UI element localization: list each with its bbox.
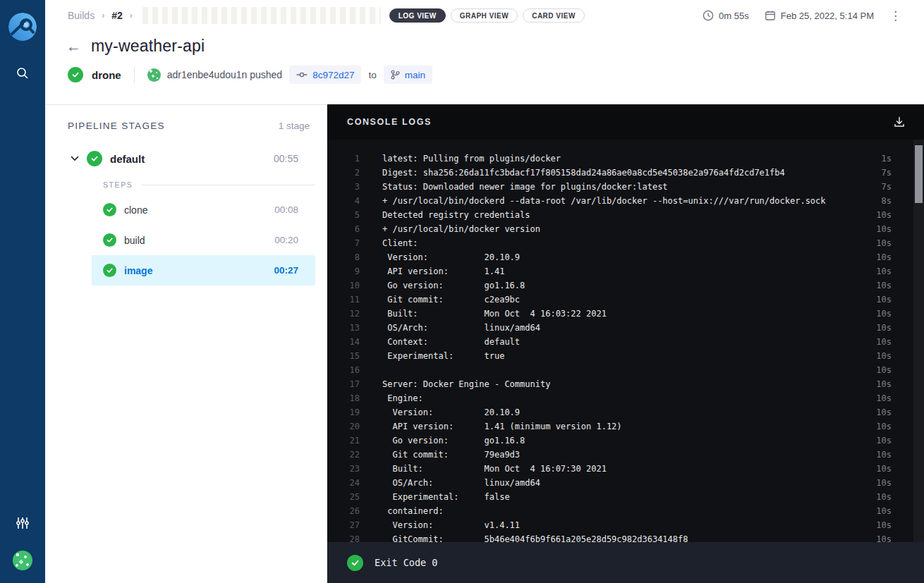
step-duration: 00:08 — [274, 204, 298, 215]
log-line-time: 10s — [868, 295, 892, 305]
chevron-down-icon[interactable] — [71, 156, 79, 161]
log-line-number: 1 — [339, 154, 360, 164]
log-line-text: Built: Mon Oct 4 16:07:30 2021 — [382, 464, 607, 474]
steps-list: clone00:08build00:20image00:27 — [45, 195, 327, 286]
log-line: 15 Experimental: true10s — [327, 349, 924, 363]
view-tab-card-view[interactable]: CARD VIEW — [523, 8, 585, 23]
exit-success-icon — [347, 555, 363, 571]
log-line: 17Server: Docker Engine - Community10s — [327, 377, 924, 391]
view-tab-log-view[interactable]: LOG VIEW — [389, 8, 446, 23]
branch-chip[interactable]: main — [384, 66, 432, 84]
stage-row-default[interactable]: default 00:55 — [45, 151, 327, 166]
log-line-number: 8 — [339, 252, 360, 262]
stages-panel-title: PIPELINE STAGES — [68, 121, 165, 131]
log-line-time: 10s — [868, 337, 892, 347]
log-line-number: 25 — [339, 492, 360, 502]
log-line: 3Status: Downloaded newer image for plug… — [327, 180, 924, 194]
breadcrumb-separator-icon: › — [130, 11, 133, 20]
pipeline-name: drone — [92, 69, 121, 81]
log-line-time: 10s — [868, 478, 892, 488]
log-line: 2Digest: sha256:26da11fc3bdacf17f805158d… — [327, 166, 924, 180]
step-row-image[interactable]: image00:27 — [92, 255, 315, 286]
console-scrollbar-track[interactable] — [913, 140, 924, 542]
log-line-time: 7s — [873, 182, 892, 192]
step-duration: 00:27 — [274, 265, 298, 276]
log-line-time: 10s — [868, 436, 892, 446]
log-line-number: 18 — [339, 393, 360, 403]
breadcrumb-item-2[interactable]: #2 — [111, 10, 123, 21]
log-line: 1latest: Pulling from plugins/docker1s — [327, 152, 924, 166]
log-line: 13 OS/Arch: linux/amd6410s — [327, 321, 924, 335]
log-line-text: Client: — [382, 238, 418, 248]
breadcrumb-item-builds[interactable]: Builds — [68, 10, 95, 21]
log-line: 1610s — [327, 363, 924, 377]
log-line: 28 GitCommit: 5b46e404f6b9f661a205e28d59… — [327, 532, 924, 542]
log-line-time: 10s — [868, 224, 892, 234]
log-line-number: 21 — [339, 436, 360, 446]
clock-icon — [703, 10, 714, 21]
log-line: 24 OS/Arch: linux/amd6410s — [327, 476, 924, 490]
view-tab-graph-view[interactable]: GRAPH VIEW — [451, 8, 518, 23]
actor-text: adr1enbe4udou1n pushed — [167, 69, 283, 80]
log-line-text: Version: 20.10.9 — [382, 252, 520, 262]
duration: 0m 55s — [703, 10, 749, 21]
log-line-text: Server: Docker Engine - Community — [382, 379, 550, 389]
step-success-icon — [103, 233, 116, 247]
log-line-number: 9 — [339, 266, 360, 276]
log-line: 8 Version: 20.10.910s — [327, 250, 924, 264]
step-row-build[interactable]: build00:20 — [92, 225, 315, 255]
log-line-text: Git commit: c2ea9bc — [382, 295, 520, 305]
log-line: 18 Engine:10s — [327, 391, 924, 405]
log-line-time: 7s — [873, 168, 892, 178]
log-line-time: 10s — [868, 492, 892, 502]
log-line-time: 10s — [868, 351, 892, 361]
log-line: 12 Built: Mon Oct 4 16:03:22 202110s — [327, 307, 924, 321]
log-line: 20 API version: 1.41 (minimum version 1.… — [327, 419, 924, 434]
commit-icon — [296, 71, 308, 78]
log-line-text: latest: Pulling from plugins/docker — [382, 154, 561, 164]
log-line-number: 14 — [339, 337, 360, 347]
search-icon[interactable] — [16, 66, 30, 80]
log-line-text: Version: v1.4.11 — [382, 520, 520, 530]
build-status-row: drone adr1enbe4udou1n pushed 8c972d27 to — [45, 56, 924, 84]
drone-logo-icon[interactable] — [8, 13, 37, 41]
log-line-time: 10s — [868, 238, 892, 248]
log-line-text: Context: default — [382, 337, 520, 347]
log-line-text: Built: Mon Oct 4 16:03:22 2021 — [382, 309, 607, 319]
duration-label: 0m 55s — [719, 11, 749, 21]
back-arrow-icon[interactable]: ← — [66, 39, 81, 54]
log-line-time: 8s — [873, 196, 892, 206]
log-line-time: 10s — [868, 281, 892, 290]
step-name: clone — [124, 204, 147, 216]
log-line-text: + /usr/local/bin/docker version — [382, 224, 540, 234]
commit-chip[interactable]: 8c972d27 — [289, 66, 361, 84]
log-line-text: Version: 20.10.9 — [382, 407, 520, 417]
calendar-icon — [765, 10, 776, 21]
console-header: CONSOLE LOGS — [327, 104, 924, 140]
user-avatar[interactable] — [13, 551, 32, 570]
settings-sliders-icon[interactable] — [15, 515, 30, 531]
download-logs-icon[interactable] — [893, 116, 906, 128]
log-line: 26 containerd:10s — [327, 504, 924, 518]
log-line-text: Status: Downloaded newer image for plugi… — [382, 182, 668, 192]
log-line-time: 10s — [868, 323, 892, 333]
log-line-time: 10s — [868, 309, 892, 319]
log-line: 4+ /usr/local/bin/dockerd --data-root /v… — [327, 194, 924, 208]
log-line-text: OS/Arch: linux/amd64 — [382, 478, 540, 488]
committer-avatar — [147, 68, 161, 82]
log-line-number: 6 — [339, 224, 360, 234]
step-row-clone[interactable]: clone00:08 — [92, 195, 315, 225]
log-line-time: 10s — [868, 464, 892, 474]
stage-name: default — [110, 153, 145, 165]
console-scrollbar-thumb[interactable] — [915, 145, 923, 203]
log-line-number: 7 — [339, 238, 360, 248]
log-line-time: 10s — [868, 520, 892, 530]
log-line: 6+ /usr/local/bin/docker version10s — [327, 222, 924, 236]
log-line-text: OS/Arch: linux/amd64 — [382, 323, 540, 333]
log-line-time: 10s — [868, 450, 892, 460]
log-line-number: 11 — [339, 295, 360, 305]
log-line-text: API version: 1.41 (minimum version 1.12) — [382, 422, 622, 431]
divider — [134, 67, 135, 82]
log-line: 14 Context: default10s — [327, 335, 924, 349]
more-options-icon[interactable]: ⋮ — [889, 10, 901, 22]
